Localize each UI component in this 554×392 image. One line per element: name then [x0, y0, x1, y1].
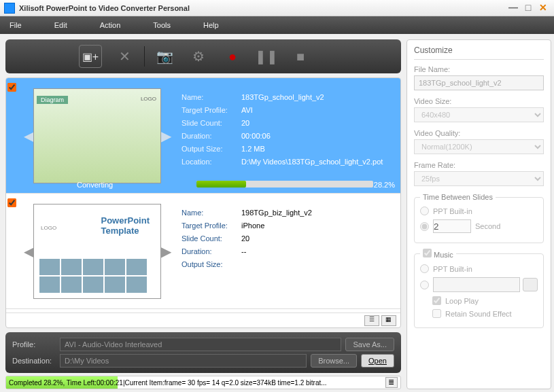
status-text: Completed 28.2%, Time Left:00:00:21|Curr… [9, 379, 383, 387]
location-value: D:\My Videos\183TGp_school_light_v2.pot [241, 158, 394, 166]
maximize-button[interactable]: □ [521, 3, 535, 14]
progress-bar [196, 181, 373, 188]
close-button[interactable]: ✕ [536, 3, 550, 14]
profile-value: AVI [241, 106, 394, 114]
duration-label: Duration: [181, 132, 241, 140]
delete-button[interactable]: ✕ [113, 45, 136, 68]
status-bar: Completed 28.2%, Time Left:00:00:21|Curr… [5, 376, 401, 389]
view-mode-row: ☰ ▦ [6, 313, 400, 327]
tbs-builtin-label: PPT Built-in [433, 207, 472, 215]
slide-thumbnail [33, 204, 161, 299]
profile-select[interactable] [60, 338, 341, 351]
profile-value: iPhone [241, 221, 394, 230]
name-value: 198TGp_biz_light_v2 [241, 209, 394, 217]
title-bar: Xilisoft PowerPoint to Video Converter P… [0, 0, 554, 16]
profile-panel: Profile: Save As... Destination: Browse.… [5, 332, 401, 373]
size-value [241, 260, 394, 268]
music-enable-checkbox[interactable] [423, 249, 432, 257]
count-label: Slide Count: [181, 119, 241, 127]
next-slide-icon[interactable]: ▶ [161, 128, 171, 144]
minimize-button[interactable]: — [506, 3, 520, 14]
status-label: Converting [77, 181, 113, 189]
browse-button[interactable]: Browse... [311, 354, 357, 368]
menu-action[interactable]: Action [100, 21, 121, 29]
music-browse-button[interactable] [523, 278, 538, 291]
window-title: Xilisoft PowerPoint to Video Converter P… [19, 4, 190, 12]
next-slide-icon[interactable]: ▶ [161, 243, 171, 260]
duration-label: Duration: [181, 247, 241, 255]
videosize-select[interactable]: 640x480 [414, 107, 544, 122]
open-button[interactable]: Open [361, 354, 394, 368]
name-value: 183TGp_school_light_v2 [241, 93, 394, 101]
filename-input[interactable] [414, 75, 544, 90]
item-checkbox[interactable] [7, 83, 16, 92]
music-builtin-label: PPT Built-in [433, 265, 472, 273]
log-button[interactable]: ≣ [385, 377, 398, 388]
loop-play-label: Loop Play [445, 297, 479, 305]
add-file-button[interactable]: ▣+ [79, 45, 102, 68]
duration-value: 00:00:06 [241, 132, 394, 140]
app-logo-icon [4, 3, 15, 14]
destination-label: Destination: [12, 357, 60, 365]
size-value: 1.2 MB [241, 145, 394, 153]
tbs-seconds-input[interactable] [433, 219, 471, 233]
music-legend: Music [434, 251, 453, 259]
name-label: Name: [181, 209, 241, 217]
count-value: 20 [241, 234, 394, 243]
menu-help[interactable]: Help [203, 21, 219, 29]
quality-label: Video Quality: [414, 129, 544, 137]
profile-label: Target Profile: [181, 221, 241, 230]
percent-value: 28.2% [374, 181, 395, 189]
toolbar: ▣+ ✕ 📷 ⚙ ● ❚❚ ■ [5, 39, 401, 73]
item-checkbox[interactable] [7, 198, 16, 207]
profile-label: Profile: [12, 340, 60, 349]
pause-button[interactable]: ❚❚ [255, 45, 278, 68]
tbs-builtin-radio[interactable] [420, 207, 429, 215]
view-list-button[interactable]: ☰ [364, 315, 379, 326]
prev-slide-icon[interactable]: ◀ [24, 243, 33, 260]
framerate-label: Frame Rate: [414, 161, 544, 169]
customize-title: Customize [414, 46, 544, 55]
tbs-legend: Time Between Slides [420, 193, 496, 201]
list-item[interactable]: ◀ ▶ Name:183TGp_school_light_v2 Target P… [6, 78, 400, 194]
music-builtin-radio[interactable] [420, 264, 429, 273]
tbs-seconds-label: Second [475, 222, 500, 230]
videosize-label: Video Size: [414, 97, 544, 105]
music-group: Music PPT Built-in Loop Play Retain Soun… [414, 249, 544, 328]
tbs-seconds-radio[interactable] [420, 222, 429, 231]
prev-slide-icon[interactable]: ◀ [24, 128, 33, 144]
retain-sound-checkbox[interactable] [432, 309, 441, 318]
name-label: Name: [181, 93, 241, 101]
slide-thumbnail [33, 88, 161, 183]
record-button[interactable]: ● [221, 45, 244, 68]
snapshot-button[interactable]: 📷 [153, 45, 176, 68]
quality-select[interactable]: Normal(1200K) [414, 139, 544, 154]
profile-label: Target Profile: [181, 106, 241, 114]
loop-play-checkbox[interactable] [432, 296, 441, 305]
settings-button[interactable]: ⚙ [187, 45, 210, 68]
location-label: Location: [181, 158, 241, 166]
saveas-button[interactable]: Save As... [345, 338, 394, 351]
menu-edit[interactable]: Edit [54, 21, 67, 29]
count-value: 20 [241, 119, 394, 127]
menu-bar: File Edit Action Tools Help [0, 16, 554, 34]
duration-value: -- [241, 247, 394, 255]
filename-label: File Name: [414, 65, 544, 73]
customize-panel: Customize File Name: Video Size: 640x480… [406, 39, 551, 389]
count-label: Slide Count: [181, 234, 241, 243]
list-item[interactable]: ◀ ▶ Name:198TGp_biz_light_v2 Target Prof… [6, 194, 400, 309]
menu-tools[interactable]: Tools [153, 21, 171, 29]
size-label: Output Size: [181, 145, 241, 153]
time-between-slides-group: Time Between Slides PPT Built-in Second [414, 193, 544, 243]
stop-button[interactable]: ■ [289, 45, 312, 68]
view-grid-button[interactable]: ▦ [381, 315, 396, 326]
file-list: ◀ ▶ Name:183TGp_school_light_v2 Target P… [5, 77, 401, 328]
music-file-input[interactable] [433, 277, 520, 292]
retain-sound-label: Retain Sound Effect [445, 310, 512, 318]
framerate-select[interactable]: 25fps [414, 171, 544, 186]
size-label: Output Size: [181, 260, 241, 268]
menu-file[interactable]: File [10, 21, 22, 29]
music-file-radio[interactable] [420, 281, 429, 289]
destination-input[interactable] [60, 354, 307, 368]
